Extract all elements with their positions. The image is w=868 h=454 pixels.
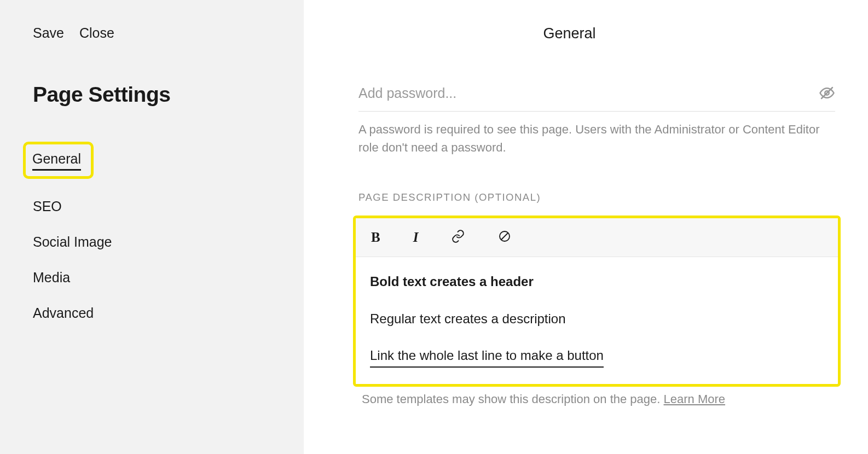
description-help-prefix: Some templates may show this description… bbox=[362, 392, 664, 406]
sidebar: Save Close Page Settings General SEO Soc… bbox=[0, 0, 304, 454]
panel-title: General bbox=[304, 25, 835, 42]
editor-line-link: Link the whole last line to make a butto… bbox=[370, 346, 604, 368]
link-button[interactable] bbox=[451, 229, 465, 246]
password-field-row bbox=[358, 85, 835, 112]
clear-icon bbox=[498, 230, 511, 245]
close-button[interactable]: Close bbox=[79, 25, 114, 41]
password-help-text: A password is required to see this page.… bbox=[358, 120, 835, 156]
visibility-off-icon[interactable] bbox=[819, 85, 835, 101]
main-panel: General A password is required to see th… bbox=[304, 0, 868, 454]
nav-item-social-image[interactable]: Social Image bbox=[33, 234, 112, 250]
link-icon bbox=[451, 229, 465, 246]
nav-item-advanced[interactable]: Advanced bbox=[33, 305, 94, 321]
nav-list: General SEO Social Image Media Advanced bbox=[33, 149, 271, 321]
description-help-text: Some templates may show this description… bbox=[358, 392, 835, 406]
nav-item-general[interactable]: General bbox=[32, 151, 81, 171]
save-button[interactable]: Save bbox=[33, 25, 64, 41]
sidebar-actions: Save Close bbox=[33, 25, 271, 41]
nav-item-media[interactable]: Media bbox=[33, 270, 70, 286]
highlight-annotation-editor: B I Bold text crea bbox=[353, 216, 841, 387]
learn-more-link[interactable]: Learn More bbox=[664, 392, 726, 406]
description-section-label: PAGE DESCRIPTION (OPTIONAL) bbox=[358, 191, 835, 203]
editor-toolbar: B I bbox=[356, 218, 838, 257]
highlight-annotation-nav: General bbox=[23, 142, 94, 179]
nav-item-seo[interactable]: SEO bbox=[33, 199, 62, 214]
svg-line-3 bbox=[501, 233, 508, 240]
editor-line-bold: Bold text creates a header bbox=[370, 272, 824, 291]
bold-button[interactable]: B bbox=[371, 230, 380, 245]
editor-line-regular: Regular text creates a description bbox=[370, 310, 824, 328]
sidebar-title: Page Settings bbox=[33, 83, 271, 107]
italic-button[interactable]: I bbox=[413, 230, 419, 245]
password-input[interactable] bbox=[358, 85, 819, 101]
description-editor[interactable]: Bold text creates a header Regular text … bbox=[356, 257, 838, 384]
clear-formatting-button[interactable] bbox=[498, 230, 511, 245]
